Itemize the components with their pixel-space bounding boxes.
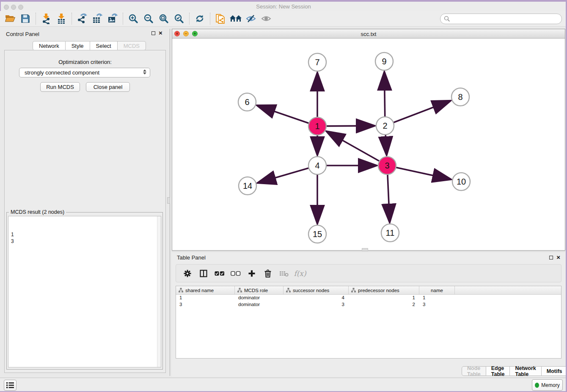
graph-node-label-14: 14 [243,181,252,190]
control-panel-close-button[interactable]: × [159,30,162,36]
tab-motifs[interactable]: Motifs [542,366,567,376]
memory-button[interactable]: Memory [532,379,563,391]
refresh-layout-button[interactable] [192,12,207,25]
table-panel: Table Panel × [172,251,565,377]
import-network-button[interactable] [39,12,54,25]
column-header-name[interactable]: name [419,286,455,294]
network-window-titlebar[interactable]: × − + scc.txt [172,29,565,39]
task-history-button[interactable] [4,380,17,391]
zoom-selected-button[interactable] [171,12,187,25]
tab-node-table[interactable]: Node Table [462,366,486,376]
fx-icon: f(x) [294,269,306,278]
search-input[interactable] [450,15,561,23]
gear-icon [183,269,192,278]
zoom-out-button[interactable] [141,12,156,25]
unselect-all-columns-button[interactable] [228,267,243,280]
column-header-label: name [431,288,443,293]
graph-node-label-4: 4 [315,161,319,170]
zoom-fit-icon [159,14,169,24]
memory-label: Memory [541,382,559,388]
mcds-result-textarea[interactable]: 13 [8,216,161,367]
tab-mcds[interactable]: MCDS [118,41,146,50]
export-network-button[interactable] [74,12,90,25]
tab-network-table[interactable]: Network Table [510,366,541,376]
open-session-button[interactable] [3,12,18,25]
mcds-result-line: 3 [11,238,161,245]
close-panel-button[interactable]: Close panel [86,82,130,92]
column-header-predecessor-nodes[interactable]: predecessor nodes [349,286,419,294]
column-header-shared-name[interactable]: shared name [176,286,235,294]
import-table-button[interactable] [54,12,69,25]
network-view-window: × − + scc.txt 7968124314101511 [172,29,565,251]
clone-network-button[interactable] [213,12,228,25]
hierarchy-icon [286,288,291,293]
graph-edge-3-1[interactable] [327,132,387,166]
tab-network[interactable]: Network [33,41,66,50]
control-panel-float-button[interactable] [151,31,155,35]
checked-boxes-icon [215,271,225,276]
table-settings-button[interactable] [180,267,195,280]
table-cell[interactable]: 2 [349,301,419,308]
tab-edge-table[interactable]: Edge Table [486,366,510,376]
graph-node-label-9: 9 [382,57,386,66]
table-cell[interactable]: 3 [176,301,235,308]
graph-edge-1-6[interactable] [258,105,317,126]
zoom-in-icon [128,14,138,24]
export-image-button[interactable] [105,12,120,25]
optimization-criterion-select[interactable]: strongly connected component [19,68,150,77]
table-cell[interactable]: 1 [349,295,419,301]
home-networks-button[interactable] [228,12,243,25]
graph-node-label-3: 3 [385,161,389,170]
eye-slash-icon [245,14,256,23]
save-session-button[interactable] [18,12,33,25]
column-header-successor-nodes[interactable]: successor nodes [284,286,349,294]
table-cell[interactable]: dominator [235,301,284,308]
create-column-button[interactable] [245,267,259,280]
table-cell[interactable]: 3 [284,301,349,308]
table-row[interactable]: 1dominator411 [176,295,561,301]
tab-select[interactable]: Select [90,41,118,50]
list-icon [6,381,14,389]
zoom-selected-icon [174,14,184,24]
optimization-criterion-value: strongly connected component [25,69,99,76]
run-mcds-button[interactable]: Run MCDS [40,82,80,92]
control-panel-title: Control Panel [6,31,39,37]
mcds-result-group: MCDS result (2 nodes) 13 [6,212,163,370]
network-canvas[interactable]: 7968124314101511 [172,39,565,250]
table-cell[interactable]: dominator [235,295,284,301]
tab-style[interactable]: Style [66,41,90,50]
zoom-in-button[interactable] [126,12,141,25]
horizontal-split-handle[interactable] [362,248,368,251]
delete-column-button[interactable] [261,267,275,280]
delete-table-icon [279,270,289,277]
search-box[interactable] [440,14,562,24]
import-network-icon [41,13,51,24]
vertical-split-handle[interactable] [167,197,170,204]
table-cell[interactable]: 1 [176,295,235,301]
memory-status-icon [535,383,539,388]
table-cell[interactable]: 1 [419,295,455,301]
mcds-result-title: MCDS result (2 nodes) [9,209,66,215]
trash-icon [264,269,272,278]
show-column-button[interactable] [196,267,211,280]
show-selected-button[interactable] [259,12,274,25]
hide-selected-button[interactable] [243,12,259,25]
graph-edge-3-10[interactable] [387,166,451,179]
export-table-button[interactable] [90,12,105,25]
column-header-MCDS-role[interactable]: MCDS role [235,286,284,294]
column-header-label: predecessor nodes [358,288,399,293]
table-row[interactable]: 3dominator323 [176,301,561,308]
node-table-rows: 1dominator4113dominator323 [176,295,561,308]
column-header-label: shared name [185,288,214,293]
table-panel-float-button[interactable] [549,256,553,259]
graph-node-label-11: 11 [386,228,395,237]
mcds-result-scrollbar[interactable] [157,216,161,367]
table-panel-close-button[interactable]: × [556,255,560,260]
graph-edge-2-8[interactable] [385,101,450,126]
zoom-fit-button[interactable] [156,12,171,25]
select-all-columns-button[interactable] [212,267,227,280]
status-bar: Memory [0,378,567,392]
plus-icon [248,270,256,277]
table-cell[interactable]: 3 [419,301,455,308]
table-cell[interactable]: 4 [284,295,349,301]
